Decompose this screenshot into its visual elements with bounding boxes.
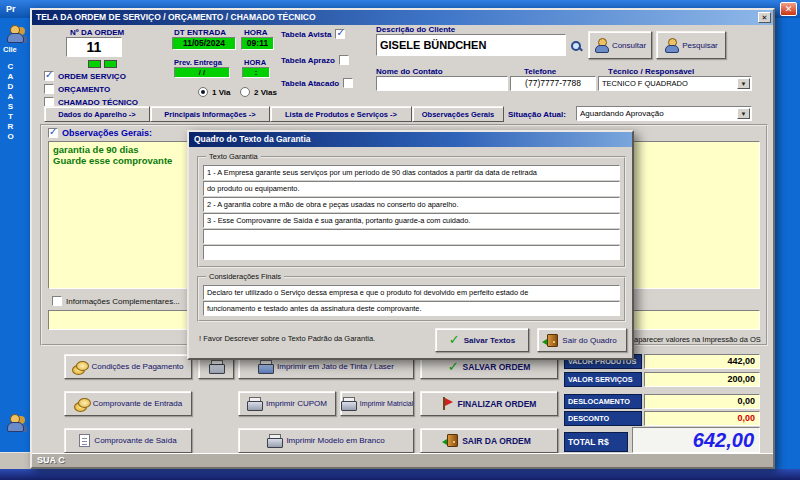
receipt-icon — [79, 434, 90, 447]
pesquisar-button[interactable]: Pesquisar — [656, 31, 726, 59]
situacao-dropdown[interactable]: Aguardando Aprovação — [576, 106, 752, 121]
tabela-atacado[interactable]: Tabela Atacado — [281, 78, 353, 88]
tabela-avista[interactable]: Tabela Avista — [281, 29, 345, 39]
tab-dados-aparelho[interactable]: Dados do Aparelho -> — [44, 106, 150, 122]
comprovante-entrada-button[interactable]: Comprovante de Entrada — [64, 391, 192, 416]
impressao-note: aparecer valores na Impressão da OS — [634, 335, 761, 344]
prev-entrega-time-field[interactable]: : — [242, 67, 270, 78]
order-type-orcamento[interactable]: ORÇAMENTO — [44, 84, 110, 94]
close-icon: ✕ — [785, 4, 793, 14]
consideracoes-line-1[interactable]: Declaro ter utilizado o Serviço dessa em… — [203, 285, 620, 300]
printer-icon — [247, 397, 262, 410]
status-text: SUA C — [37, 455, 65, 465]
garantia-line-4[interactable]: 3 - Esse Comprovanre de Saída é sua gara… — [203, 213, 620, 228]
comprovante-saida-label: Comprovante de Saída — [94, 436, 176, 445]
order-type-servico[interactable]: ORDEM SERVIÇO — [44, 71, 126, 81]
tab-lista-produtos[interactable]: Lista de Produtos e Serviços -> — [270, 106, 412, 122]
window-title: TELA DA ORDEM DE SERVIÇO / ORÇAMENTO / C… — [36, 12, 316, 22]
deslocamento-value[interactable]: 0,00 — [644, 394, 760, 409]
sair-ordem-label: SAIR DA ORDEM — [462, 436, 531, 446]
texto-garantia-label: Texto Garantia — [206, 152, 261, 161]
garantia-line-1[interactable]: 1 - A Empresa garante seus serviços por … — [203, 165, 620, 180]
garantia-line-5[interactable] — [203, 229, 620, 244]
phone-field[interactable]: (77)7777-7788 — [510, 76, 596, 91]
garantia-dialog: Quadro do Texto da Garantia Texto Garant… — [187, 130, 634, 360]
valor-servicos-value[interactable]: 200,00 — [644, 372, 760, 387]
imprimir-cupom-button[interactable]: Imprimir CUPOM — [238, 391, 336, 416]
sair-ordem-button[interactable]: SAIR DA ORDEM — [420, 428, 558, 453]
imprimir-modelo-branco-button[interactable]: Imprimir Modelo em Branco — [238, 428, 414, 453]
contact-field[interactable] — [376, 76, 508, 91]
checkbox-icon[interactable] — [339, 55, 349, 65]
entry-time-field[interactable]: 09:11 — [241, 37, 274, 50]
radio-2-vias[interactable]: 2 Vias — [240, 87, 277, 97]
coins-icon — [72, 361, 87, 373]
main-app-close-button[interactable]: ✕ — [780, 2, 797, 16]
tab-principais-informacoes[interactable]: Principais Informações -> — [150, 106, 270, 122]
checkbox-checked-icon[interactable] — [48, 128, 58, 138]
desconto-value[interactable]: 0,00 — [644, 411, 760, 426]
client-name-field[interactable]: GISELE BÜNDCHEN — [376, 34, 566, 56]
salvar-ordem-label: SALVAR ORDEM — [463, 362, 531, 372]
imprimir-matricial-button[interactable]: Imprimir Matricial — [340, 391, 414, 416]
printer-icon — [209, 360, 224, 373]
comprovante-saida-button[interactable]: Comprovante de Saída — [64, 428, 192, 453]
tech-dropdown[interactable]: TECNICO F QUADRADO — [598, 76, 752, 91]
checkbox-icon[interactable] — [44, 84, 54, 94]
checkbox-checked-icon[interactable] — [44, 71, 54, 81]
informacoes-complementares-label: Informações Complementares... — [66, 297, 180, 306]
prev-entrega-time-label: HORA — [244, 58, 266, 67]
garantia-line-2[interactable]: do produto ou equipamento. — [203, 181, 620, 196]
check-icon — [448, 361, 459, 373]
situacao-value: Aguardando Aprovação — [580, 109, 664, 118]
radio-2-vias-label: 2 Vias — [254, 88, 277, 97]
informacoes-complementares-checkbox[interactable]: Informações Complementares... — [52, 296, 180, 306]
order-number-label: Nº DA ORDEM — [70, 28, 124, 37]
garantia-line-3[interactable]: 2 - A garantia cobre a mão de obra e peç… — [203, 197, 620, 212]
tab-observacoes-gerais[interactable]: Observações Gerais — [412, 106, 504, 122]
clients-toolbar-button[interactable] — [6, 25, 24, 46]
total-label: TOTAL R$ — [564, 432, 628, 452]
sair-quadro-label: Sair do Quadro — [562, 336, 616, 345]
client-search-icon[interactable] — [570, 38, 582, 56]
window-statusbar: SUA C — [32, 453, 773, 467]
radio-1-via[interactable]: 1 Via — [198, 87, 231, 97]
pesquisar-label: Pesquisar — [682, 41, 718, 50]
order-number-field[interactable]: 11 — [66, 37, 122, 57]
radio-selected-icon[interactable] — [198, 87, 208, 97]
taskbar[interactable] — [0, 469, 800, 480]
tab-label: Observações Gerais — [422, 110, 495, 119]
condicoes-pagamento-button[interactable]: Condições de Pagamento — [64, 354, 192, 379]
magnifier-icon — [570, 40, 582, 52]
chevron-down-icon[interactable] — [737, 108, 750, 119]
contact-label: Nome do Contato — [376, 67, 443, 76]
prev-entrega-label: Prev. Entrega — [174, 58, 222, 67]
exit-door-icon — [447, 434, 458, 447]
people-icon — [6, 414, 24, 431]
valor-produtos-value[interactable]: 442,00 — [644, 354, 760, 369]
garantia-line-6[interactable] — [203, 245, 620, 260]
radio-icon[interactable] — [240, 87, 250, 97]
window-titlebar[interactable]: TELA DA ORDEM DE SERVIÇO / ORÇAMENTO / C… — [32, 10, 773, 25]
observacoes-gerais-label: Observações Gerais: — [62, 128, 152, 138]
window-close-button[interactable]: ✕ — [758, 12, 771, 23]
consideracoes-line-2[interactable]: funcionamento e testado antes da assinat… — [203, 301, 620, 316]
coins-icon — [74, 398, 89, 410]
consultar-button[interactable]: Consultar — [588, 31, 652, 59]
bottom-toolbar-button[interactable] — [6, 414, 24, 435]
prev-entrega-date-field[interactable]: / / — [174, 67, 230, 78]
dialog-title: Quadro do Texto da Garantia — [194, 134, 311, 144]
entry-date-field[interactable]: 11/05/2024 — [172, 37, 236, 50]
salvar-textos-button[interactable]: Salvar Textos — [435, 328, 529, 352]
checkbox-icon[interactable] — [52, 296, 62, 306]
chevron-down-icon[interactable] — [737, 78, 750, 89]
checkbox-icon[interactable] — [343, 78, 353, 88]
checkbox-checked-icon[interactable] — [335, 29, 345, 39]
order-type-orcamento-label: ORÇAMENTO — [58, 85, 110, 94]
sair-quadro-button[interactable]: Sair do Quadro — [537, 328, 627, 352]
check-icon — [449, 334, 460, 346]
finalizar-ordem-button[interactable]: FINALIZAR ORDEM — [420, 391, 558, 416]
dialog-titlebar[interactable]: Quadro do Texto da Garantia — [189, 132, 632, 147]
observacoes-gerais-checkbox[interactable]: Observações Gerais: — [48, 128, 152, 138]
tabela-aprazo[interactable]: Tabela Aprazo — [281, 55, 349, 65]
